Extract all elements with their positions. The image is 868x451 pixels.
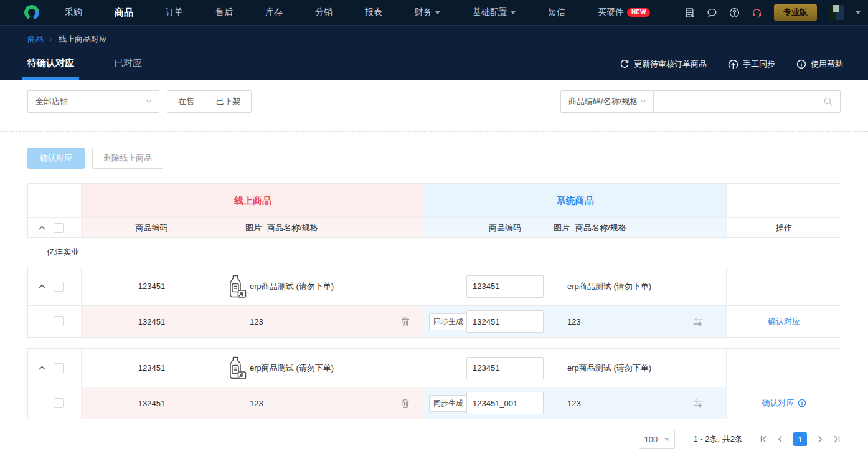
- system-code-input[interactable]: [466, 357, 544, 379]
- breadcrumb-separator: ›: [50, 35, 52, 44]
- app-logo-icon[interactable]: [24, 4, 40, 21]
- nav-item-inventory[interactable]: 库存: [265, 7, 283, 18]
- filter-row: 全部店铺 在售 已下架 商品编码/名称/规格: [27, 90, 841, 114]
- customer-service-headset-icon[interactable]: [752, 7, 762, 18]
- tab-bar: 待确认对应 已对应: [27, 57, 147, 80]
- offshelf-filter-button[interactable]: 已下架: [205, 91, 251, 112]
- online-sku-code: 132451: [82, 399, 222, 408]
- online-product-mapping-page: 采购 商品 订单 售后 库存 分销 报表 财务 基础配置 短信 买硬件NEW: [0, 0, 868, 451]
- swap-arrows-icon[interactable]: [692, 316, 704, 327]
- product-bottle-image-icon[interactable]: [225, 356, 247, 381]
- nav-menu: 采购 商品 订单 售后 库存 分销 报表 财务 基础配置 短信 买硬件NEW: [65, 7, 650, 19]
- nav-item-finance[interactable]: 财务: [415, 7, 440, 18]
- row-checkbox[interactable]: [54, 316, 64, 326]
- collapse-caret-icon[interactable]: [39, 365, 45, 371]
- pagination-summary: 1 - 2条, 共2条: [694, 434, 743, 445]
- online-products-section-title: 线上商品: [234, 195, 271, 207]
- trash-icon[interactable]: [400, 398, 410, 409]
- chevron-down-icon: [145, 98, 153, 105]
- online-product-code: 123451: [82, 363, 222, 373]
- system-product-name: erp商品测试 (请勿下单): [549, 281, 726, 292]
- product-bottle-image-icon[interactable]: [225, 274, 247, 299]
- collapse-all-caret-icon[interactable]: [39, 225, 45, 230]
- chevron-down-icon: [639, 98, 647, 105]
- nav-item-reports[interactable]: 报表: [365, 7, 382, 18]
- system-products-section-title: 系统商品: [557, 195, 594, 207]
- breadcrumb-current: 线上商品对应: [59, 34, 107, 45]
- usage-help-link[interactable]: 使用帮助: [796, 59, 843, 70]
- nav-item-sms[interactable]: 短信: [548, 7, 565, 18]
- page-size-select[interactable]: 100: [639, 430, 675, 449]
- online-sku-name: 123: [250, 317, 263, 326]
- online-product-code: 123451: [82, 282, 222, 291]
- nav-item-products[interactable]: 商品: [115, 7, 133, 19]
- help-question-icon[interactable]: [729, 7, 740, 18]
- pagination: 100 1 - 2条, 共2条 1: [639, 430, 841, 449]
- manual-sync-link[interactable]: 手工同步: [728, 59, 775, 70]
- onsale-filter-button[interactable]: 在售: [167, 91, 205, 112]
- system-code-input[interactable]: [466, 275, 544, 298]
- trash-icon[interactable]: [400, 316, 410, 327]
- mapping-table: 线上商品 系统商品 商品编码 图片 商品名称/规格: [27, 183, 841, 430]
- sku-sub-row: 132451 123: [28, 305, 840, 337]
- prev-page-button[interactable]: [776, 435, 784, 443]
- info-icon[interactable]: [798, 399, 806, 407]
- nav-item-purchase[interactable]: 采购: [65, 7, 82, 18]
- tab-mapped[interactable]: 已对应: [109, 57, 147, 80]
- avatar[interactable]: [829, 5, 844, 20]
- main-product-row: 123451 erp商品测试 (请勿下单): [28, 267, 840, 305]
- current-page-button[interactable]: 1: [793, 432, 807, 446]
- row-checkbox[interactable]: [54, 398, 64, 408]
- breadcrumb: 商品 › 线上商品对应: [27, 34, 107, 45]
- select-all-checkbox[interactable]: [54, 223, 64, 233]
- search-input[interactable]: [654, 91, 823, 112]
- content-area: 全部店铺 在售 已下架 商品编码/名称/规格 确认对应 删除线上商品: [0, 80, 868, 451]
- refresh-pending-orders-link[interactable]: 更新待审核订单商品: [620, 59, 707, 70]
- shop-group-label: 亿沣实业: [27, 238, 841, 267]
- pager-controls: 1: [760, 432, 841, 446]
- chat-icon[interactable]: [707, 7, 717, 18]
- confirm-mapping-link[interactable]: 确认对应: [762, 397, 806, 409]
- system-product-name: erp商品测试 (请勿下单): [549, 363, 726, 374]
- tab-pending-mapping[interactable]: 待确认对应: [22, 57, 79, 80]
- table-header: 线上商品 系统商品 商品编码 图片 商品名称/规格: [27, 183, 841, 238]
- system-sku-code-input[interactable]: [466, 392, 544, 414]
- bulk-actions: 确认对应 删除线上商品: [27, 148, 163, 169]
- info-icon: [796, 59, 806, 69]
- delete-online-product-button[interactable]: 删除线上商品: [92, 148, 163, 169]
- swap-arrows-icon[interactable]: [692, 398, 704, 409]
- search-icon[interactable]: [823, 97, 833, 107]
- confirm-mapping-link[interactable]: 确认对应: [768, 316, 800, 327]
- nav-item-aftersales[interactable]: 售后: [215, 7, 233, 18]
- mapping-group-card: 123451 erp商品测试 (请勿下单): [27, 348, 841, 419]
- main-product-row: 123451 erp商品测试 (请勿下单): [28, 349, 840, 387]
- report-doc-icon[interactable]: [684, 7, 695, 18]
- search-field-select[interactable]: 商品编码/名称/规格: [560, 90, 654, 113]
- mapping-group-card: 123451 erp商品测试 (请勿下单): [27, 267, 841, 338]
- breadcrumb-root[interactable]: 商品: [27, 34, 44, 45]
- nav-utilities: 专业版: [684, 4, 861, 21]
- row-checkbox[interactable]: [54, 363, 64, 373]
- top-nav: 采购 商品 订单 售后 库存 分销 报表 财务 基础配置 短信 买硬件NEW: [0, 0, 868, 26]
- online-image-header: 图片: [245, 222, 262, 234]
- system-image-header: 图片: [554, 222, 570, 234]
- row-checkbox[interactable]: [54, 282, 64, 292]
- dashed-divider: [0, 131, 868, 132]
- user-menu-caret-icon[interactable]: [856, 11, 861, 17]
- system-sku-code-input[interactable]: [466, 310, 544, 333]
- header-action-links: 更新待审核订单商品 手工同步 使用帮助: [620, 59, 843, 70]
- nav-item-buy-hardware[interactable]: 买硬件NEW: [598, 7, 650, 18]
- last-page-button[interactable]: [833, 435, 841, 443]
- nav-item-settings[interactable]: 基础配置: [473, 7, 516, 18]
- first-page-button[interactable]: [760, 435, 767, 443]
- shop-select[interactable]: 全部店铺: [27, 90, 159, 113]
- next-page-button[interactable]: [816, 435, 824, 443]
- nav-item-distribution[interactable]: 分销: [315, 7, 333, 18]
- online-sku-name: 123: [250, 399, 263, 408]
- sku-sub-row: 132451 123: [28, 387, 840, 419]
- collapse-caret-icon[interactable]: [39, 283, 45, 289]
- system-name-header: 商品名称/规格: [575, 222, 626, 234]
- confirm-mapping-button[interactable]: 确认对应: [27, 148, 85, 169]
- nav-item-orders[interactable]: 订单: [166, 7, 183, 18]
- pro-version-button[interactable]: 专业版: [774, 4, 817, 21]
